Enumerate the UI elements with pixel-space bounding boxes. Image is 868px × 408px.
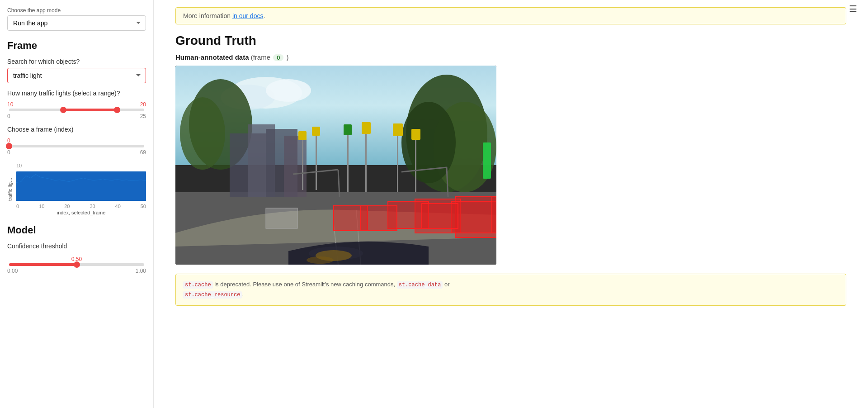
chart-area: traffic lig… 10 0 10 20 30 40 50 [7,163,146,215]
range-max-value: 20 [140,101,146,108]
confidence-bounds: 0.00 1.00 [7,268,146,274]
frame-index-bounds: 0 69 [7,149,146,156]
svg-rect-28 [393,123,403,136]
data-subtitle-bold: Human-annotated data [175,53,249,61]
chart-x-20: 20 [64,204,70,209]
frame-index-min: 0 [7,149,10,156]
frame-label-close: ) [287,53,289,61]
street-scene-svg [175,66,496,265]
chart-x-10: 10 [39,204,44,209]
search-label: Search for which objects? [7,58,146,65]
svg-rect-26 [362,122,371,134]
svg-rect-30 [411,129,420,140]
svg-rect-20 [298,131,307,140]
svg-point-6 [266,79,311,102]
range-current-values: 10 20 [7,101,146,108]
chart-x-40: 40 [115,204,121,209]
confidence-track[interactable] [9,263,144,266]
range-thumb-right[interactable] [114,107,120,113]
deprecation-code2: st.cache_data [397,281,443,289]
ground-truth-title: Ground Truth [175,33,846,48]
frame-number-badge: 0 [273,54,283,61]
chart-y-max: 10 [16,163,22,168]
frame-index-max: 69 [140,149,146,156]
data-subtitle: Human-annotated data (frame 0 ) [175,53,846,61]
chart-x-50: 50 [141,204,146,209]
sidebar: Choose the app mode Run the app Explore … [0,0,154,408]
range-abs-max: 25 [140,113,146,119]
hamburger-button[interactable]: ☰ [845,2,861,16]
range-abs-min: 0 [7,113,10,119]
svg-rect-23 [347,129,349,192]
chart-x-0: 0 [16,204,19,209]
svg-rect-44 [361,206,397,231]
confidence-min: 0.00 [7,268,18,274]
svg-point-48 [307,256,334,264]
svg-rect-29 [415,133,416,192]
confidence-fill [9,263,77,266]
app-mode-select[interactable]: Run the app Explore the app [7,15,146,31]
range-thumb-left[interactable] [60,107,66,113]
svg-rect-19 [302,136,303,190]
chart-wrap: 10 0 10 20 30 40 50 index, selected_fram… [16,163,146,215]
chart-svg [16,169,146,201]
range-absolute-bounds: 0 25 [7,113,146,119]
svg-point-14 [180,97,225,170]
confidence-label: Confidence threshold [7,242,146,250]
svg-rect-21 [316,131,317,190]
traffic-light-range[interactable]: 10 20 0 25 [7,101,146,119]
app-mode-label: Choose the app mode [7,7,146,14]
main-content: More information in our docs. Ground Tru… [154,0,868,408]
svg-rect-31 [483,142,491,179]
svg-rect-42 [422,204,458,228]
model-section-title: Model [7,224,146,236]
frame-index-value: 0 [7,138,146,144]
confidence-slider[interactable]: 0.50 0.00 1.00 [7,256,146,274]
chart-y-label: traffic lig… [7,163,16,215]
deprecation-code3: st.cache_resource [183,291,242,299]
svg-rect-40 [492,197,496,233]
frame-index-track[interactable] [9,145,144,147]
deprecation-code1: st.cache [183,281,213,289]
object-search-select[interactable]: traffic light car person bicycle [7,68,146,83]
deprecation-banner: st.cache is deprecated. Please use one o… [175,274,846,306]
topbar: ☰ [154,0,868,18]
deprecation-end: . [242,291,244,298]
deprecation-or: or [443,281,449,288]
svg-rect-45 [266,208,297,228]
range-fill [63,109,118,111]
frame-index-label: Choose a frame (index) [7,126,146,133]
svg-rect-24 [344,124,352,135]
frame-index-slider[interactable]: 0 0 69 [7,138,146,156]
chart-x-label: index, selected_frame [16,210,146,215]
range-track[interactable] [9,109,144,111]
range-label: How many traffic lights (select a range)… [7,90,146,97]
frame-section-title: Frame [7,40,146,52]
confidence-max: 1.00 [136,268,146,274]
confidence-thumb[interactable] [74,261,80,268]
svg-rect-27 [397,129,398,192]
chart-x-30: 30 [90,204,95,209]
model-section: Model Confidence threshold 0.50 0.00 1.0… [7,224,146,274]
deprecation-middle: is deprecated. Please use one of Streaml… [213,281,397,288]
frame-label-open: (frame [251,53,273,61]
range-min-value: 10 [7,101,13,108]
svg-rect-22 [312,127,320,136]
svg-rect-25 [365,127,367,192]
frame-index-thumb[interactable] [6,143,12,149]
street-image [175,66,496,265]
